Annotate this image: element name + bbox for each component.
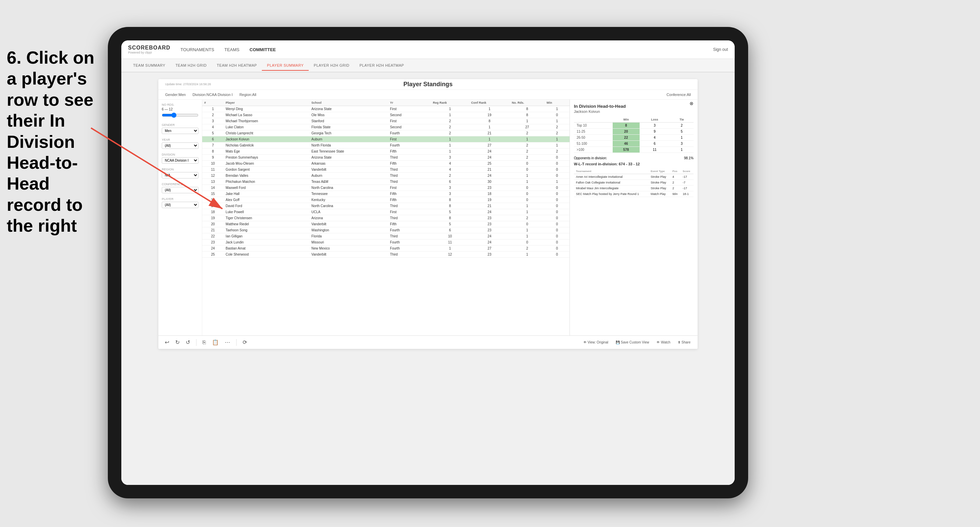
cell-reg-rank: 11 [431, 240, 469, 246]
cell-rank: 20 [202, 221, 224, 227]
division-select[interactable]: NCAA Division I [162, 157, 199, 163]
cell-player: Mats Ege [224, 149, 309, 155]
tourn-name: Amer Ari Intercollegiate Invitational [574, 174, 649, 180]
region-select[interactable]: N/A [162, 172, 199, 178]
table-row[interactable]: 14 Maxwell Ford North Carolina First 3 2… [202, 185, 570, 191]
top-nav: SCOREBOARD Powered by clippi TOURNAMENTS… [121, 40, 735, 59]
refresh-button[interactable]: ⟳ [241, 338, 248, 346]
table-row[interactable]: 19 Tiger Christensen Arizona Third 8 23 … [202, 215, 570, 221]
wlt-value: 674 - 33 - 12 [619, 162, 640, 166]
table-row[interactable]: 24 Bastian Amat New Mexico Fourth 1 27 2… [202, 246, 570, 252]
col-reg-rank: Reg Rank [431, 100, 469, 106]
cell-win: 0 [545, 252, 570, 258]
sub-nav-player-h2h-grid[interactable]: PLAYER H2H GRID [309, 60, 355, 70]
cell-school: Florida State [309, 124, 388, 130]
cell-reg-rank: 1 [431, 112, 469, 118]
cell-school: Arizona State [309, 106, 388, 112]
table-row[interactable]: 6 Jackson Koivun Auburn First 1 1 1 1 [202, 137, 570, 143]
card-body: No Rds. 6 — 12 Gender Men Year [158, 100, 698, 335]
cell-school: Arizona State [309, 155, 388, 160]
table-row[interactable]: 10 Jacob Mou-Olesen Arkansas Fifth 4 25 … [202, 160, 570, 167]
table-row[interactable]: 1 Wenyi Ding Arizona State First 1 1 8 1 [202, 106, 570, 112]
sub-nav-team-h2h-grid[interactable]: TEAM H2H GRID [170, 60, 212, 70]
table-row[interactable]: 17 David Ford North Carolina Third 8 21 … [202, 203, 570, 209]
table-row[interactable]: 18 Luke Powell UCLA First 5 24 1 0 [202, 209, 570, 215]
table-row[interactable]: 21 Taehoon Song Washington Fourth 6 23 1… [202, 227, 570, 233]
table-row[interactable]: 11 Gordon Sargent Vanderbilt Third 4 21 … [202, 167, 570, 173]
save-custom-button[interactable]: 💾 Save Custom View [614, 340, 651, 345]
conference-select[interactable]: (All) [162, 187, 199, 193]
table-row[interactable]: 9 Preston Summerhays Arizona State Third… [202, 155, 570, 160]
table-row[interactable]: 2 Michael La Sasso Ole Miss Second 1 19 … [202, 112, 570, 118]
year-select[interactable]: (All) [162, 143, 199, 149]
cell-yr: Second [388, 124, 431, 130]
cell-conf-rank: 24 [469, 173, 510, 179]
view-original-button[interactable]: 👁 View: Original [581, 340, 611, 345]
table-row[interactable]: 12 Brendan Valles Auburn Third 2 24 1 0 [202, 173, 570, 179]
cell-no-rds: 1 [510, 252, 545, 258]
sub-nav-team-h2h-heatmap[interactable]: TEAM H2H HEATMAP [212, 60, 262, 70]
table-row[interactable]: 13 Phichakun Maichon Texas A&M Third 6 3… [202, 179, 570, 185]
nav-tournaments[interactable]: TOURNAMENTS [181, 46, 214, 54]
paste-button[interactable]: 📋 [211, 338, 220, 346]
logo-title: SCOREBOARD [128, 45, 170, 51]
cell-no-rds: 0 [510, 191, 545, 197]
table-row[interactable]: 5 Christo Lamprecht Georgia Tech Fourth … [202, 130, 570, 137]
table-row[interactable]: 15 Jake Hall Tennessee Fifth 3 18 0 0 [202, 191, 570, 197]
sub-nav-player-h2h-heatmap[interactable]: PLAYER H2H HEATMAP [355, 60, 409, 70]
cell-player: Cole Sherwood [224, 252, 309, 258]
gender-select[interactable]: Men [162, 128, 199, 134]
cell-win: 1 [545, 137, 570, 143]
more-button[interactable]: ⋯ [223, 338, 232, 346]
table-row[interactable]: 23 Jack Lundin Missouri Fourth 11 24 0 0 [202, 240, 570, 246]
cell-rank: 17 [202, 203, 224, 209]
table-row[interactable]: 7 Nicholas Gabrelcik North Florida Fourt… [202, 143, 570, 149]
h2h-win-cell: 8 [612, 122, 640, 129]
cell-player: Matthew Riedel [224, 221, 309, 227]
share-button[interactable]: ⬆ Share [676, 340, 692, 345]
redo-button-1[interactable]: ↻ [174, 338, 181, 346]
cell-school: Arkansas [309, 160, 388, 167]
h2h-close-button[interactable]: ⊗ [689, 101, 694, 106]
h2h-player-name: Jackson Koivun [574, 110, 694, 113]
table-row[interactable]: 8 Mats Ege East Tennessee State Fifth 1 … [202, 149, 570, 155]
cell-win: 0 [545, 173, 570, 179]
cell-win: 0 [545, 215, 570, 221]
player-select[interactable]: (All) [162, 202, 199, 208]
cell-reg-rank: 6 [431, 227, 469, 233]
nav-teams[interactable]: TEAMS [224, 46, 240, 54]
nav-committee[interactable]: COMMITTEE [250, 46, 276, 54]
cell-rank: 23 [202, 240, 224, 246]
cell-rank: 18 [202, 209, 224, 215]
dashboard-card: Update time: 27/03/2024 16:56:26 Player … [158, 79, 698, 349]
no-rds-slider[interactable] [162, 113, 199, 118]
cell-reg-rank: 1 [431, 143, 469, 149]
cell-no-rds: 0 [510, 160, 545, 167]
col-event-type: Event Type [649, 169, 671, 174]
watch-button[interactable]: 👁 Watch [654, 340, 672, 345]
table-row[interactable]: 3 Michael Thorbjornsen Stanford First 2 … [202, 118, 570, 124]
copy-button[interactable]: ⎘ [201, 339, 207, 346]
cell-player: Maxwell Ford [224, 185, 309, 191]
cell-conf-rank: 19 [469, 112, 510, 118]
undo-button[interactable]: ↩ [164, 338, 170, 346]
h2h-rank-label: 51-100 [574, 141, 612, 147]
table-row[interactable]: 4 Luke Claton Florida State Second 2 1 2… [202, 124, 570, 130]
standings-table: # Player School Yr Reg Rank Conf Rank No… [202, 100, 570, 258]
table-row[interactable]: 20 Matthew Riedel Vanderbilt Fifth 5 23 … [202, 221, 570, 227]
table-row[interactable]: 22 Ian Gilligan Florida Third 10 24 1 0 [202, 233, 570, 240]
table-row[interactable]: 25 Cole Sherwood Vanderbilt Third 12 23 … [202, 252, 570, 258]
redo-button-2[interactable]: ↺ [185, 338, 191, 346]
sub-nav-team-summary[interactable]: TEAM SUMMARY [128, 60, 170, 70]
sign-out-button[interactable]: Sign out [713, 47, 728, 52]
tourn-event-type: Stroke Play [649, 180, 671, 186]
cell-rank: 8 [202, 149, 224, 155]
cell-yr: Fifth [388, 197, 431, 203]
cell-yr: Third [388, 233, 431, 240]
sub-nav-player-summary[interactable]: PLAYER SUMMARY [262, 60, 309, 71]
cell-no-rds: 2 [510, 143, 545, 149]
cell-no-rds: 8 [510, 112, 545, 118]
cell-yr: Fifth [388, 221, 431, 227]
table-row[interactable]: 16 Alex Goff Kentucky Fifth 8 19 0 0 [202, 197, 570, 203]
tourn-pos: 4 [670, 174, 681, 180]
